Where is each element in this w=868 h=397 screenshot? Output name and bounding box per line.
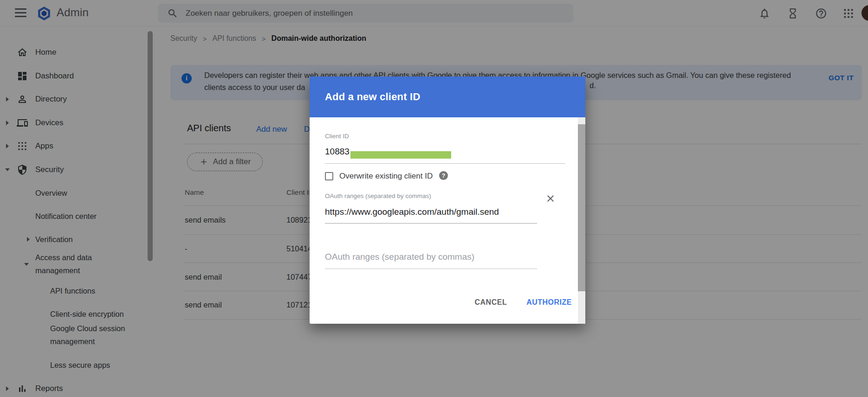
add-client-id-dialog: Add a new client ID Client ID 10883 Over… xyxy=(310,77,585,324)
overwrite-checkbox[interactable] xyxy=(325,172,333,180)
close-icon[interactable] xyxy=(545,193,556,204)
dialog-actions: CANCEL AUTHORIZE xyxy=(475,298,572,307)
dialog-scrollbar-thumb[interactable] xyxy=(578,124,585,291)
field-underline xyxy=(325,223,537,224)
cancel-button[interactable]: CANCEL xyxy=(475,298,507,307)
client-id-field[interactable]: 10883 xyxy=(325,147,350,157)
dialog-title: Add a new client ID xyxy=(325,91,421,103)
oauth-ranges-empty-field[interactable] xyxy=(325,252,537,262)
admin-console-page: Admin Home xyxy=(0,0,868,397)
authorize-button[interactable]: AUTHORIZE xyxy=(526,298,572,307)
client-id-label: Client ID xyxy=(325,133,349,140)
field-underline xyxy=(325,269,537,269)
oauth-ranges-label: OAuth ranges (separated by commas) xyxy=(325,192,431,199)
dialog-header: Add a new client ID xyxy=(310,77,585,117)
field-underline xyxy=(325,163,565,164)
help-filled-icon[interactable]: ? xyxy=(439,171,448,180)
redaction-bar xyxy=(350,151,451,159)
overwrite-checkbox-label: Overwrite existing client ID xyxy=(339,172,433,181)
oauth-ranges-field[interactable]: https://www.googleapis.com/auth/gmail.se… xyxy=(325,207,499,217)
